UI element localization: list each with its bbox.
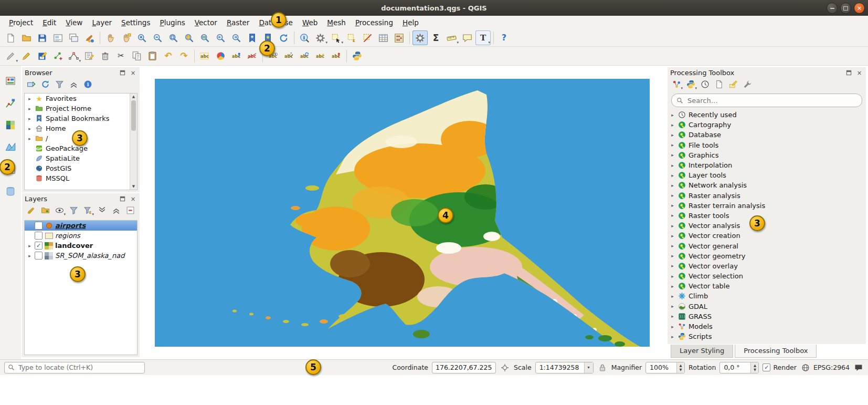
scroll-thumb[interactable] [131,100,136,131]
browser-item-spatial-bookmarks[interactable]: ▸Spatial Bookmarks [25,113,130,123]
map-canvas[interactable] [155,79,650,347]
layer-visibility-checkbox[interactable] [35,232,43,240]
layer-item-sr-som-alaska-nad[interactable]: ▸SR_SOM_alaska_nad [25,251,137,261]
close-button[interactable]: × [854,3,865,14]
processing-group-models[interactable]: ▸Models [668,321,866,331]
open-project-button[interactable] [19,30,34,45]
processing-group-scripts[interactable]: ▸Scripts [668,331,866,341]
delete-selected-button[interactable] [98,49,113,64]
chevron-down-icon[interactable]: ▾ [584,362,593,373]
help-contents-button[interactable]: ? [496,30,512,45]
expand-arrow-icon[interactable]: ▸ [670,324,675,329]
expand-arrow-icon[interactable]: ▸ [670,284,675,289]
expand-arrow-icon[interactable]: ▸ [670,213,675,218]
deselect-features-button[interactable] [360,30,375,45]
add-mesh-layer-button[interactable] [3,139,18,155]
processing-group-cartography[interactable]: ▸Cartography [668,120,866,130]
menu-raster[interactable]: Raster [222,16,255,29]
processing-group-vector-geometry[interactable]: ▸Vector geometry [668,251,866,261]
toggle-editing-button[interactable] [19,49,34,64]
menu-web[interactable]: Web [298,16,322,29]
field-calculator-button[interactable] [391,30,407,45]
expand-arrow-icon[interactable]: ▸ [27,96,33,101]
open-attribute-table-button[interactable] [376,30,391,45]
add-group-button[interactable] [40,206,50,216]
map-tips-button[interactable] [460,30,475,45]
menu-help[interactable]: Help [398,16,424,29]
processing-group-vector-creation[interactable]: ▸Vector creation [668,231,866,241]
options-button[interactable] [412,30,428,45]
float-panel-icon[interactable] [119,69,126,77]
spinner-arrows-icon[interactable]: ▲▼ [750,362,758,373]
layer-visibility-checkbox[interactable]: ✓ [35,242,43,250]
refresh-map-button[interactable] [276,30,291,45]
processing-options-button[interactable] [742,80,753,90]
pan-to-selection-button[interactable] [119,30,134,45]
filter-browser-button[interactable] [54,80,65,90]
spinner-arrows-icon[interactable]: ▲▼ [676,362,684,373]
add-raster-layer-button[interactable] [3,117,18,133]
zoom-to-layer-button[interactable] [197,30,213,45]
maximize-button[interactable] [840,3,851,14]
browser-item-postgis[interactable]: PostGIS [25,163,130,173]
expand-arrow-icon[interactable]: ▸ [670,193,675,198]
expand-arrow-icon[interactable]: ▸ [27,243,33,248]
expand-arrow-icon[interactable]: ▸ [27,106,33,111]
processing-group-raster-tools[interactable]: ▸Raster tools [668,211,866,221]
browser-item-project-home[interactable]: ▸Project Home [25,103,130,113]
expand-arrow-icon[interactable]: ▸ [27,136,33,141]
collapse-all-button[interactable] [68,80,79,90]
rotation-spinbox[interactable]: 0,0 ° ▲▼ [719,362,759,373]
models-menu-button[interactable]: ▾ [671,80,682,90]
float-panel-icon[interactable] [845,69,853,77]
menu-layer[interactable]: Layer [87,16,117,29]
pan-map-button[interactable] [103,30,118,45]
python-console-button[interactable] [350,49,365,64]
refresh-browser-button[interactable] [40,80,50,90]
expand-arrow-icon[interactable]: ▸ [670,233,675,238]
processing-group-climb[interactable]: ▸Climb [668,291,866,301]
expand-arrow-icon[interactable]: ▸ [670,183,675,188]
browser-item-favorites[interactable]: ▸★Favorites [25,94,130,103]
current-edits-button[interactable]: ▾ [3,49,18,64]
statistical-summary-button[interactable]: Σ [428,30,443,45]
filter-legend-button[interactable] [68,206,79,216]
vertex-tool-button[interactable]: ▾ [66,49,81,64]
expand-all-button[interactable] [97,206,107,216]
minimize-button[interactable] [827,3,838,14]
menu-edit[interactable]: Edit [38,16,61,29]
edit-features-in-place-button[interactable] [728,80,738,90]
identify-features-button[interactable]: i [297,30,312,45]
layer-diagram-options-button[interactable] [213,49,228,64]
filter-by-expression-button[interactable]: ε▾ [82,206,93,216]
pin-unpin-labels-button[interactable]: abc [229,49,244,64]
collapse-all-button[interactable] [111,206,121,216]
scale-combo[interactable]: 1:14739258 ▾ [535,362,594,373]
coordinate-input[interactable] [432,362,496,373]
layer-item-landcover[interactable]: ▸✓landcover [25,241,137,251]
expand-arrow-icon[interactable]: ▸ [670,243,675,248]
expand-arrow-icon[interactable]: ▸ [670,173,675,178]
manage-map-themes-button[interactable]: ▾ [54,206,65,216]
close-panel-icon[interactable]: × [129,195,137,203]
show-properties-widget-button[interactable]: i [82,80,93,90]
processing-group-grass[interactable]: ▸GRASS [668,311,866,321]
highlight-pinned-labels-button[interactable]: abc [245,49,260,64]
processing-group-recently-used[interactable]: ▸Recently used [668,110,866,120]
layer-item-airports[interactable]: airports [25,221,137,231]
render-checkbox[interactable]: ✓ Render [763,364,797,371]
menu-view[interactable]: View [61,16,87,29]
add-feature-button[interactable] [50,49,66,64]
browser-item-mssql[interactable]: MSSQL [25,173,130,183]
expand-arrow-icon[interactable]: ▸ [670,253,675,258]
redo-button[interactable]: ↷ [176,49,192,64]
processing-group-vector-general[interactable]: ▸Vector general [668,241,866,251]
select-features-button[interactable]: ▾ [329,30,344,45]
layer-item-regions[interactable]: regions [25,231,137,241]
scripts-menu-button[interactable]: ▾ [685,80,696,90]
move-label-button[interactable]: abc [281,49,297,64]
add-vector-layer-button[interactable] [3,95,18,111]
menu-project[interactable]: Project [4,16,38,29]
expand-arrow-icon[interactable]: ▸ [670,163,675,168]
zoom-full-button[interactable] [166,30,181,45]
